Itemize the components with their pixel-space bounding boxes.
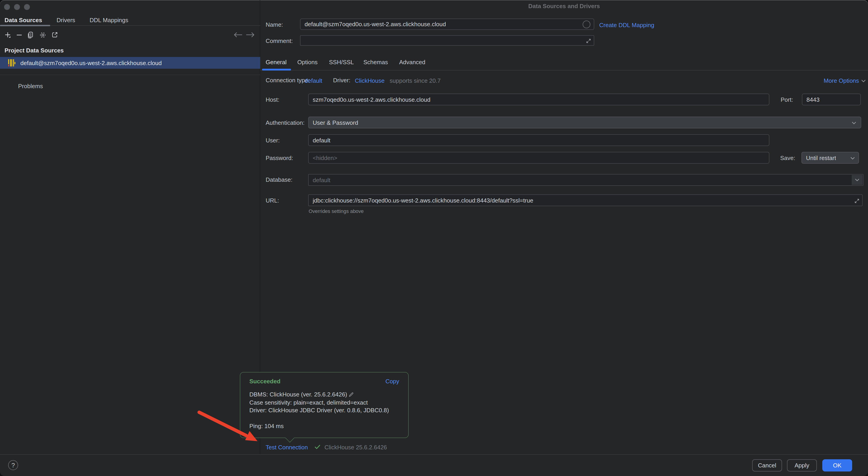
database-label: Database:: [266, 177, 292, 183]
url-input[interactable]: jdbc:clickhouse://szm7oqed0o.us-west-2.a…: [308, 194, 863, 206]
chevron-down-icon: [850, 157, 855, 160]
export-icon: [52, 32, 58, 38]
tab-options[interactable]: Options: [297, 59, 318, 65]
tab-schemas[interactable]: Schemas: [363, 59, 388, 65]
remove-data-source-button[interactable]: [15, 31, 23, 39]
test-connection-link[interactable]: Test Connection: [266, 444, 308, 451]
connection-type-label: Connection type:: [266, 77, 310, 83]
url-overrides-hint: Overrides settings above: [309, 208, 364, 214]
authentication-dropdown[interactable]: User & Password: [308, 116, 861, 128]
tab-data-sources[interactable]: Data Sources: [4, 17, 42, 23]
arrow-left-icon: [234, 32, 243, 37]
driver-value-link[interactable]: ClickHouse: [355, 77, 385, 84]
cancel-button[interactable]: Cancel: [752, 459, 782, 472]
window-close-button[interactable]: [4, 4, 10, 10]
expand-icon[interactable]: [586, 38, 591, 43]
tab-ssh-ssl[interactable]: SSH/SSL: [329, 59, 354, 65]
tab-ddl-mappings[interactable]: DDL Mappings: [90, 17, 128, 23]
problems-section[interactable]: Problems: [18, 83, 43, 89]
port-label: Port:: [781, 97, 793, 103]
success-check-icon: [314, 444, 320, 449]
tab-drivers[interactable]: Drivers: [57, 17, 75, 23]
minus-icon: [16, 32, 22, 38]
host-input[interactable]: szm7oqed0o.us-west-2.aws.clickhouse.clou…: [308, 94, 769, 105]
forward-button[interactable]: [246, 31, 255, 38]
save-dropdown[interactable]: Until restart: [802, 152, 859, 164]
window-zoom-button[interactable]: [24, 4, 30, 10]
connection-type-value-link[interactable]: default: [305, 77, 322, 84]
comment-label: Comment:: [266, 38, 293, 44]
red-annotation-arrow: [195, 408, 264, 448]
name-input[interactable]: default@szm7oqed0o.us-west-2.aws.clickho…: [300, 19, 594, 30]
gear-icon: [39, 31, 46, 38]
port-input[interactable]: 8443: [802, 94, 861, 105]
apply-button[interactable]: Apply: [787, 459, 817, 472]
back-button[interactable]: [234, 31, 243, 38]
comment-input[interactable]: [300, 35, 594, 46]
expand-icon[interactable]: [855, 199, 859, 203]
ok-button[interactable]: OK: [822, 459, 852, 472]
database-dropdown-button[interactable]: [852, 175, 863, 185]
create-ddl-mapping-link[interactable]: Create DDL Mapping: [599, 22, 654, 29]
driver-label: Driver:: [333, 77, 350, 83]
password-input[interactable]: <hidden>: [308, 152, 769, 164]
connection-version-text: ClickHouse 25.6.2.6426: [324, 444, 387, 451]
project-data-sources-header: Project Data Sources: [4, 47, 64, 53]
password-label: Password:: [266, 155, 293, 161]
duplicate-button[interactable]: [26, 31, 34, 39]
add-data-source-button[interactable]: [4, 31, 12, 39]
open-in-new-button[interactable]: [51, 31, 59, 39]
authentication-label: Authentication:: [266, 120, 305, 126]
popup-dbms-line: DBMS: ClickHouse (ver. 25.6.2.6426): [249, 390, 347, 399]
arrow-right-icon: [246, 32, 255, 37]
chevron-down-icon: [861, 79, 866, 82]
edit-pencil-icon[interactable]: [348, 392, 354, 397]
popup-ping-line: Ping: 104 ms: [249, 422, 389, 430]
save-label: Save:: [780, 155, 795, 161]
popup-case-line: Case sensitivity: plain=exact, delimited…: [249, 399, 389, 406]
url-label: URL:: [266, 198, 279, 203]
chevron-down-icon: [855, 178, 859, 181]
database-combobox[interactable]: default: [308, 174, 864, 186]
left-panel: Data Sources Drivers DDL Mappings: [0, 0, 260, 454]
copy-icon: [27, 31, 33, 38]
more-options-link[interactable]: More Options: [824, 77, 866, 84]
popup-driver-line: Driver: ClickHouse JDBC Driver (ver. 0.8…: [249, 406, 389, 414]
data-source-list-item-selected[interactable]: default@szm7oqed0o.us-west-2.aws.clickho…: [0, 57, 260, 69]
help-question-icon: ?: [11, 462, 15, 469]
user-input[interactable]: default: [308, 134, 769, 146]
tab-advanced[interactable]: Advanced: [399, 59, 425, 65]
data-sources-dialog: Data Sources Drivers DDL Mappings: [0, 0, 868, 476]
help-button[interactable]: ?: [8, 460, 18, 470]
name-label: Name:: [266, 22, 283, 28]
driver-supports-hint: supports since 20.7: [390, 77, 440, 84]
window-minimize-button[interactable]: [14, 4, 20, 10]
test-connection-result-popup: Succeeded Copy DBMS: ClickHouse (ver. 25…: [240, 372, 409, 438]
tab-general[interactable]: General: [266, 59, 287, 65]
plus-icon: [4, 31, 11, 38]
user-label: User:: [266, 137, 280, 143]
data-source-color-icon[interactable]: [583, 20, 591, 29]
dialog-title: Data Sources and Drivers: [260, 3, 868, 9]
chevron-down-icon: [852, 122, 856, 124]
active-tab-underline: [0, 25, 50, 26]
popup-status: Succeeded: [249, 378, 280, 385]
copy-link[interactable]: Copy: [385, 378, 399, 385]
host-label: Host:: [266, 97, 279, 103]
settings-button[interactable]: [38, 31, 46, 39]
clickhouse-icon: [8, 59, 16, 66]
data-source-item-label: default@szm7oqed0o.us-west-2.aws.clickho…: [20, 60, 162, 66]
active-settings-tab-underline: [262, 69, 291, 70]
